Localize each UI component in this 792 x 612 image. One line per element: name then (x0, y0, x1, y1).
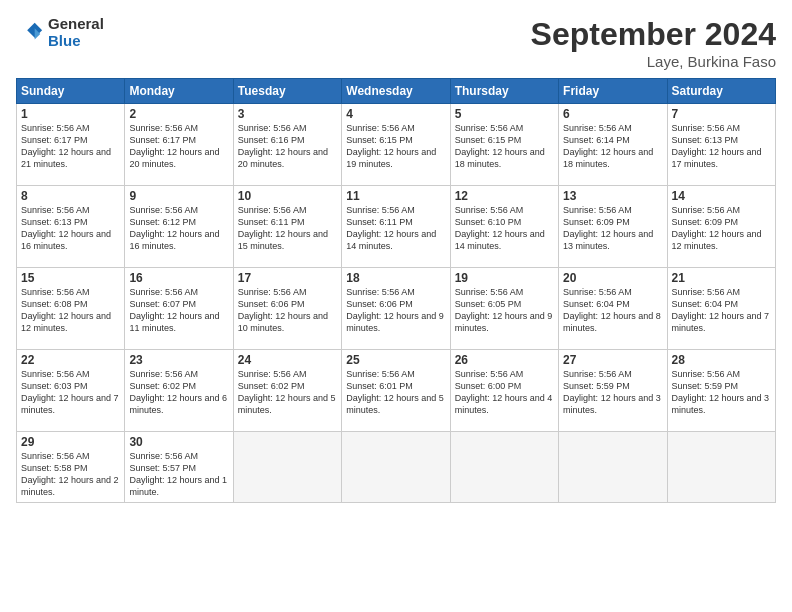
day-7: 7 Sunrise: 5:56 AMSunset: 6:13 PMDayligh… (667, 104, 775, 186)
week-row-5: 29 Sunrise: 5:56 AMSunset: 5:58 PMDaylig… (17, 432, 776, 503)
calendar: Sunday Monday Tuesday Wednesday Thursday… (16, 78, 776, 503)
day-10: 10 Sunrise: 5:56 AMSunset: 6:11 PMDaylig… (233, 186, 341, 268)
header: General Blue September 2024 Laye, Burkin… (16, 16, 776, 70)
day-25: 25 Sunrise: 5:56 AMSunset: 6:01 PMDaylig… (342, 350, 450, 432)
logo-blue: Blue (48, 33, 104, 50)
month-title: September 2024 (531, 16, 776, 53)
week-row-4: 22 Sunrise: 5:56 AMSunset: 6:03 PMDaylig… (17, 350, 776, 432)
day-9: 9 Sunrise: 5:56 AMSunset: 6:12 PMDayligh… (125, 186, 233, 268)
day-20: 20 Sunrise: 5:56 AMSunset: 6:04 PMDaylig… (559, 268, 667, 350)
location: Laye, Burkina Faso (531, 53, 776, 70)
col-sunday: Sunday (17, 79, 125, 104)
calendar-header-row: Sunday Monday Tuesday Wednesday Thursday… (17, 79, 776, 104)
col-thursday: Thursday (450, 79, 558, 104)
col-friday: Friday (559, 79, 667, 104)
page: General Blue September 2024 Laye, Burkin… (0, 0, 792, 612)
col-monday: Monday (125, 79, 233, 104)
logo-general: General (48, 16, 104, 33)
svg-marker-0 (27, 22, 42, 37)
day-3: 3 Sunrise: 5:56 AMSunset: 6:16 PMDayligh… (233, 104, 341, 186)
day-18: 18 Sunrise: 5:56 AMSunset: 6:06 PMDaylig… (342, 268, 450, 350)
day-26: 26 Sunrise: 5:56 AMSunset: 6:00 PMDaylig… (450, 350, 558, 432)
day-19: 19 Sunrise: 5:56 AMSunset: 6:05 PMDaylig… (450, 268, 558, 350)
day-28: 28 Sunrise: 5:56 AMSunset: 5:59 PMDaylig… (667, 350, 775, 432)
day-6: 6 Sunrise: 5:56 AMSunset: 6:14 PMDayligh… (559, 104, 667, 186)
empty-cell-4 (559, 432, 667, 503)
day-29: 29 Sunrise: 5:56 AMSunset: 5:58 PMDaylig… (17, 432, 125, 503)
day-27: 27 Sunrise: 5:56 AMSunset: 5:59 PMDaylig… (559, 350, 667, 432)
day-4: 4 Sunrise: 5:56 AMSunset: 6:15 PMDayligh… (342, 104, 450, 186)
empty-cell-1 (233, 432, 341, 503)
empty-cell-5 (667, 432, 775, 503)
day-1: 1 Sunrise: 5:56 AMSunset: 6:17 PMDayligh… (17, 104, 125, 186)
day-14: 14 Sunrise: 5:56 AMSunset: 6:09 PMDaylig… (667, 186, 775, 268)
col-wednesday: Wednesday (342, 79, 450, 104)
week-row-1: 1 Sunrise: 5:56 AMSunset: 6:17 PMDayligh… (17, 104, 776, 186)
day-13: 13 Sunrise: 5:56 AMSunset: 6:09 PMDaylig… (559, 186, 667, 268)
day-22: 22 Sunrise: 5:56 AMSunset: 6:03 PMDaylig… (17, 350, 125, 432)
day-2: 2 Sunrise: 5:56 AMSunset: 6:17 PMDayligh… (125, 104, 233, 186)
week-row-2: 8 Sunrise: 5:56 AMSunset: 6:13 PMDayligh… (17, 186, 776, 268)
day-24: 24 Sunrise: 5:56 AMSunset: 6:02 PMDaylig… (233, 350, 341, 432)
day-8: 8 Sunrise: 5:56 AMSunset: 6:13 PMDayligh… (17, 186, 125, 268)
day-15: 15 Sunrise: 5:56 AMSunset: 6:08 PMDaylig… (17, 268, 125, 350)
day-5: 5 Sunrise: 5:56 AMSunset: 6:15 PMDayligh… (450, 104, 558, 186)
day-23: 23 Sunrise: 5:56 AMSunset: 6:02 PMDaylig… (125, 350, 233, 432)
logo-icon (16, 19, 44, 47)
day-30: 30 Sunrise: 5:56 AMSunset: 5:57 PMDaylig… (125, 432, 233, 503)
empty-cell-3 (450, 432, 558, 503)
logo: General Blue (16, 16, 104, 49)
title-block: September 2024 Laye, Burkina Faso (531, 16, 776, 70)
day-21: 21 Sunrise: 5:56 AMSunset: 6:04 PMDaylig… (667, 268, 775, 350)
day-11: 11 Sunrise: 5:56 AMSunset: 6:11 PMDaylig… (342, 186, 450, 268)
day-17: 17 Sunrise: 5:56 AMSunset: 6:06 PMDaylig… (233, 268, 341, 350)
day-16: 16 Sunrise: 5:56 AMSunset: 6:07 PMDaylig… (125, 268, 233, 350)
col-tuesday: Tuesday (233, 79, 341, 104)
logo-text: General Blue (48, 16, 104, 49)
day-12: 12 Sunrise: 5:56 AMSunset: 6:10 PMDaylig… (450, 186, 558, 268)
col-saturday: Saturday (667, 79, 775, 104)
empty-cell-2 (342, 432, 450, 503)
week-row-3: 15 Sunrise: 5:56 AMSunset: 6:08 PMDaylig… (17, 268, 776, 350)
